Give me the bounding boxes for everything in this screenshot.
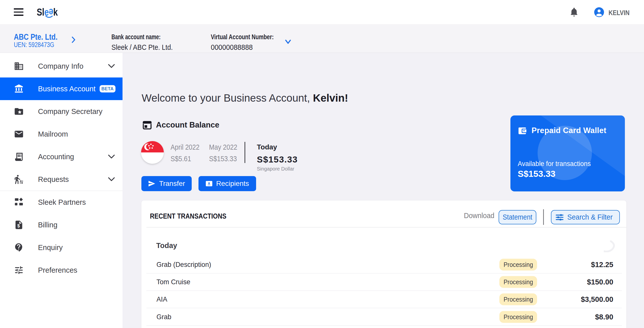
- svg-text:$: $: [17, 223, 20, 228]
